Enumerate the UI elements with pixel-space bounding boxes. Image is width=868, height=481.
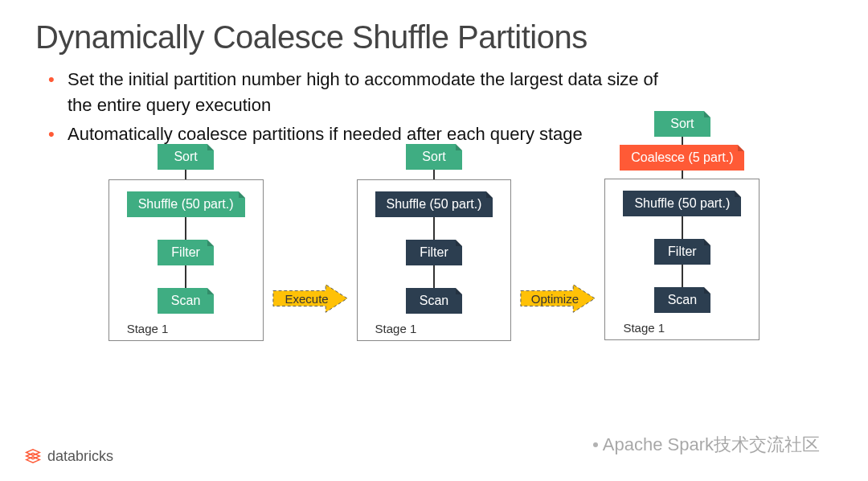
connector <box>185 217 186 240</box>
connector <box>185 265 186 288</box>
stage-box: Shuffle (50 part.) Filter Scan Stage 1 <box>604 179 760 340</box>
connector <box>682 216 683 239</box>
arrow-label: Optimize <box>519 282 596 314</box>
watermark: Apache Spark技术交流社区 <box>593 433 820 457</box>
stage-label: Stage 1 <box>623 321 665 335</box>
connector <box>433 265 435 288</box>
stage-label: Stage 1 <box>127 322 169 335</box>
sort-node: Sort <box>654 111 710 137</box>
stage-box: Shuffle (50 part.) Filter Scan Stage 1 <box>108 179 264 341</box>
stage-box: Shuffle (50 part.) Filter Scan Stage 1 <box>357 179 512 341</box>
databricks-icon <box>24 447 42 465</box>
bullet-list: Set the initial partition number high to… <box>35 67 662 147</box>
filter-node: Filter <box>158 240 214 265</box>
arrow-label: Execute <box>272 282 349 314</box>
shuffle-node: Shuffle (50 part.) <box>127 191 245 217</box>
watermark-text: Apache Spark技术交流社区 <box>603 433 820 457</box>
diagram-row: Sort Shuffle (50 part.) Filter Scan Stag… <box>35 144 833 341</box>
plan-executed: Sort Shuffle (50 part.) Filter Scan Stag… <box>357 144 512 341</box>
connector <box>682 137 683 145</box>
stage-label: Stage 1 <box>375 322 417 335</box>
execute-arrow: Execute <box>272 282 349 314</box>
connector <box>185 170 186 179</box>
scan-node: Scan <box>158 288 214 314</box>
optimize-arrow: Optimize <box>519 282 596 314</box>
connector <box>682 265 683 287</box>
slide: Dynamically Coalesce Shuffle Partitions … <box>0 0 868 481</box>
scan-node: Scan <box>654 287 710 313</box>
plan-optimized: Sort Coalesce (5 part.) Shuffle (50 part… <box>604 111 760 340</box>
plan-initial: Sort Shuffle (50 part.) Filter Scan Stag… <box>108 144 264 341</box>
slide-title: Dynamically Coalesce Shuffle Partitions <box>35 19 833 56</box>
brand-name: databricks <box>47 448 113 465</box>
bullet-item: Automatically coalesce partitions if nee… <box>45 121 662 147</box>
brand-logo: databricks <box>24 447 113 465</box>
shuffle-node: Shuffle (50 part.) <box>623 191 741 216</box>
connector <box>682 171 683 179</box>
sort-node: Sort <box>406 144 462 170</box>
shuffle-node: Shuffle (50 part.) <box>375 191 493 217</box>
filter-node: Filter <box>406 240 462 265</box>
sort-node: Sort <box>158 144 214 170</box>
dot-icon <box>593 442 598 447</box>
scan-node: Scan <box>406 288 462 314</box>
connector <box>433 217 435 240</box>
coalesce-node: Coalesce (5 part.) <box>620 145 744 171</box>
bullet-item: Set the initial partition number high to… <box>45 67 662 118</box>
connector <box>433 170 435 179</box>
filter-node: Filter <box>654 239 710 265</box>
